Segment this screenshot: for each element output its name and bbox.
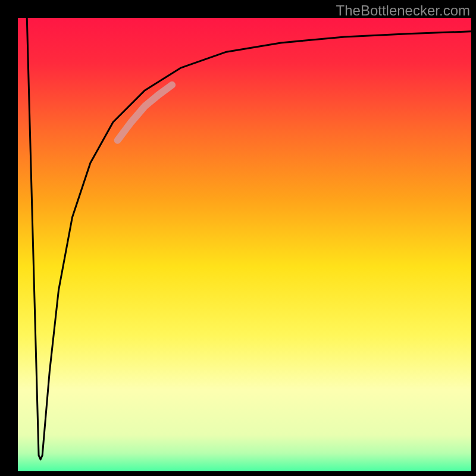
plot-background <box>18 18 471 471</box>
chart-container: TheBottlenecker.com <box>0 0 476 476</box>
bottleneck-chart <box>0 0 476 476</box>
watermark-text: TheBottlenecker.com <box>336 2 470 19</box>
